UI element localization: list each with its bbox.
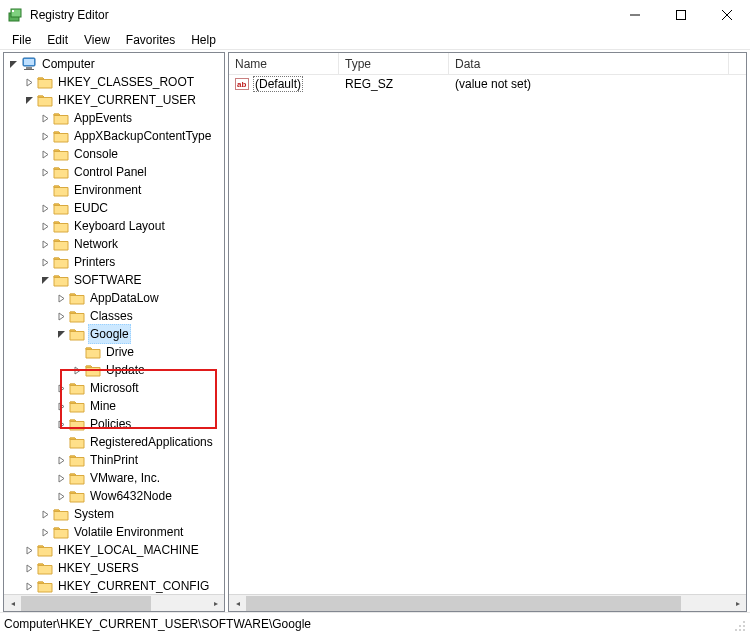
- tree-node-hkcu[interactable]: HKEY_CURRENT_USER: [4, 91, 224, 109]
- expander-icon[interactable]: [54, 309, 68, 323]
- tree-node-mine[interactable]: Mine: [4, 397, 224, 415]
- tree-label: Mine: [88, 397, 118, 415]
- tree-node-hku[interactable]: HKEY_USERS: [4, 559, 224, 577]
- tree-node-drive[interactable]: Drive: [4, 343, 224, 361]
- resize-grip-icon[interactable]: [730, 616, 746, 632]
- tree-node-thinprint[interactable]: ThinPrint: [4, 451, 224, 469]
- tree-node-controlpanel[interactable]: Control Panel: [4, 163, 224, 181]
- tree-node-volatile[interactable]: Volatile Environment: [4, 523, 224, 541]
- tree-node-appxbackup[interactable]: AppXBackupContentType: [4, 127, 224, 145]
- expander-icon[interactable]: [38, 255, 52, 269]
- tree-label: Environment: [72, 181, 143, 199]
- scroll-thumb[interactable]: [246, 596, 681, 611]
- tree-label: AppXBackupContentType: [72, 127, 213, 145]
- column-data[interactable]: Data: [449, 53, 729, 74]
- scroll-right-button[interactable]: ▸: [207, 595, 224, 612]
- column-name[interactable]: Name: [229, 53, 339, 74]
- expander-icon[interactable]: [38, 147, 52, 161]
- expander-icon[interactable]: [54, 453, 68, 467]
- tree-scrollbar-horizontal[interactable]: ◂ ▸: [4, 594, 224, 611]
- expander-icon[interactable]: [38, 273, 52, 287]
- expander-icon[interactable]: [54, 291, 68, 305]
- maximize-button[interactable]: [658, 0, 704, 30]
- folder-icon: [69, 453, 85, 467]
- expander-icon[interactable]: [38, 219, 52, 233]
- scroll-track[interactable]: [246, 595, 729, 611]
- minimize-button[interactable]: [612, 0, 658, 30]
- menu-edit[interactable]: Edit: [39, 31, 76, 49]
- expander-icon[interactable]: [38, 237, 52, 251]
- tree-node-system[interactable]: System: [4, 505, 224, 523]
- tree-node-vmware[interactable]: VMware, Inc.: [4, 469, 224, 487]
- tree-node-microsoft[interactable]: Microsoft: [4, 379, 224, 397]
- scroll-thumb[interactable]: [21, 596, 151, 611]
- expander-icon[interactable]: [22, 75, 36, 89]
- tree-node-hklm[interactable]: HKEY_LOCAL_MACHINE: [4, 541, 224, 559]
- tree-node-hkcr[interactable]: HKEY_CLASSES_ROOT: [4, 73, 224, 91]
- menu-file[interactable]: File: [4, 31, 39, 49]
- menu-favorites[interactable]: Favorites: [118, 31, 183, 49]
- expander-icon[interactable]: [22, 93, 36, 107]
- values-list[interactable]: ab (Default) REG_SZ (value not set): [229, 75, 746, 594]
- tree-node-eudc[interactable]: EUDC: [4, 199, 224, 217]
- tree-label: AppDataLow: [88, 289, 161, 307]
- expander-icon[interactable]: [22, 561, 36, 575]
- scroll-right-button[interactable]: ▸: [729, 595, 746, 612]
- column-data-label: Data: [455, 57, 480, 71]
- expander-icon[interactable]: [38, 507, 52, 521]
- expander-icon[interactable]: [38, 201, 52, 215]
- tree-node-computer[interactable]: Computer: [4, 55, 224, 73]
- folder-icon: [69, 327, 85, 341]
- column-type[interactable]: Type: [339, 53, 449, 74]
- tree-node-console[interactable]: Console: [4, 145, 224, 163]
- expander-icon[interactable]: [54, 381, 68, 395]
- menu-view[interactable]: View: [76, 31, 118, 49]
- tree-node-printers[interactable]: Printers: [4, 253, 224, 271]
- scroll-left-button[interactable]: ◂: [229, 595, 246, 612]
- tree-node-regapps[interactable]: RegisteredApplications: [4, 433, 224, 451]
- tree-node-appdatalow[interactable]: AppDataLow: [4, 289, 224, 307]
- tree-view[interactable]: ComputerHKEY_CLASSES_ROOTHKEY_CURRENT_US…: [4, 53, 224, 594]
- tree-label: Google: [88, 324, 131, 344]
- tree-node-appevents[interactable]: AppEvents: [4, 109, 224, 127]
- tree-node-google[interactable]: Google: [4, 325, 224, 343]
- computer-icon: [21, 57, 37, 71]
- tree-node-wow64[interactable]: Wow6432Node: [4, 487, 224, 505]
- tree-node-policies[interactable]: Policies: [4, 415, 224, 433]
- list-item[interactable]: ab (Default) REG_SZ (value not set): [229, 75, 746, 93]
- expander-icon[interactable]: [54, 399, 68, 413]
- scroll-left-button[interactable]: ◂: [4, 595, 21, 612]
- expander-icon[interactable]: [54, 417, 68, 431]
- tree-node-software[interactable]: SOFTWARE: [4, 271, 224, 289]
- tree-label: Control Panel: [72, 163, 149, 181]
- expander-icon[interactable]: [6, 57, 20, 71]
- expander-icon[interactable]: [38, 525, 52, 539]
- expander-icon[interactable]: [70, 363, 84, 377]
- values-scrollbar-horizontal[interactable]: ◂ ▸: [229, 594, 746, 611]
- svg-point-13: [743, 621, 745, 623]
- tree-node-update[interactable]: Update: [4, 361, 224, 379]
- tree-node-keyboard[interactable]: Keyboard Layout: [4, 217, 224, 235]
- close-button[interactable]: [704, 0, 750, 30]
- value-name: (Default): [253, 76, 303, 92]
- folder-icon: [85, 363, 101, 377]
- scroll-track[interactable]: [21, 595, 207, 611]
- folder-icon: [69, 291, 85, 305]
- tree-node-hkcc[interactable]: HKEY_CURRENT_CONFIG: [4, 577, 224, 594]
- tree-node-network[interactable]: Network: [4, 235, 224, 253]
- menu-help[interactable]: Help: [183, 31, 224, 49]
- expander-icon[interactable]: [38, 129, 52, 143]
- expander-icon[interactable]: [54, 471, 68, 485]
- expander-icon[interactable]: [22, 543, 36, 557]
- expander-icon[interactable]: [54, 489, 68, 503]
- tree-label: Volatile Environment: [72, 523, 185, 541]
- expander-icon[interactable]: [38, 165, 52, 179]
- tree-node-classes[interactable]: Classes: [4, 307, 224, 325]
- expander-icon[interactable]: [54, 327, 68, 341]
- expander-icon[interactable]: [22, 579, 36, 593]
- tree-label: EUDC: [72, 199, 110, 217]
- svg-text:ab: ab: [237, 80, 246, 89]
- tree-node-environment[interactable]: Environment: [4, 181, 224, 199]
- expander-icon[interactable]: [38, 111, 52, 125]
- folder-icon: [69, 417, 85, 431]
